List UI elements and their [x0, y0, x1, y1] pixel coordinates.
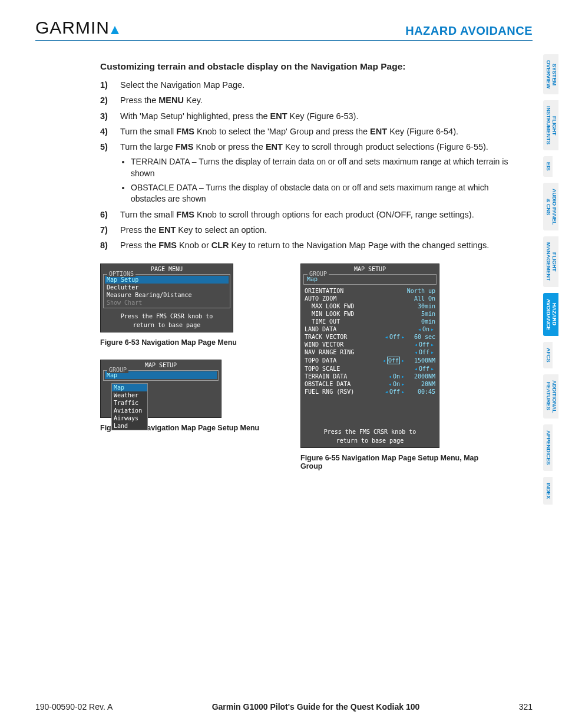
setting-value: All On [414, 295, 435, 302]
step-5-bullets: TERRAIN DATA – Turns the display of terr… [131, 156, 515, 205]
procedure-steps: 1)Select the Navigation Map Page.2)Press… [100, 79, 515, 252]
setting-label: TERRAIN DATA [305, 373, 347, 380]
setting-label: MAX LOOK FWD [305, 303, 354, 309]
page-header: GARMIN HAZARD AVOIDANCE [35, 18, 533, 41]
map-setup-row: AUTO ZOOMAll On [302, 295, 438, 302]
group-label-2: GROUP [308, 271, 329, 277]
setting-value-2: 1500NM [406, 357, 435, 364]
step-text: Press the FMS Knob or CLR Key to return … [120, 239, 489, 251]
setting-toggle[interactable]: On [422, 326, 429, 332]
setting-toggle[interactable]: Off [419, 349, 429, 355]
step-number: 3) [100, 110, 113, 122]
map-setup-row: TERRAIN DATA◂On▸2000NM [302, 373, 438, 380]
step-item: 4)Turn the small FMS Knob to select the … [100, 126, 515, 137]
page-menu-option[interactable]: Show Chart [105, 299, 229, 307]
step-number: 8) [100, 239, 113, 251]
setting-label: AUTO ZOOM [305, 295, 336, 302]
setting-label: NAV RANGE RING [305, 349, 354, 355]
step-item: 7)Press the ENT Key to select an option. [100, 224, 515, 236]
setting-value: 30min [418, 303, 435, 309]
page-footer: 190-00590-02 Rev. A Garmin G1000 Pilot's… [35, 702, 533, 711]
bullet-item: OBSTACLE DATA – Turns the display of obs… [131, 182, 515, 205]
fig55-info2: return to base page [302, 437, 438, 446]
fig-6-53-caption: Figure 6-53 Navigation Map Page Menu [100, 338, 277, 347]
map-setup-row: MIN LOOK FWD5min [302, 310, 438, 318]
setting-toggle[interactable]: Off [419, 341, 429, 348]
step-text: Turn the small FMS Knob to select the 'M… [120, 126, 458, 137]
setting-toggle[interactable]: Off [419, 365, 429, 372]
page-menu-option[interactable]: Measure Bearing/Distance [105, 291, 229, 299]
group-label: GROUP [107, 367, 128, 373]
side-tab[interactable]: AFCS [543, 342, 553, 368]
side-tab[interactable]: HAZARD AVOIDANCE [543, 293, 558, 336]
side-tab[interactable]: INDEX [543, 477, 553, 505]
step-number: 6) [100, 209, 113, 220]
setting-value-2: 00:45 [406, 388, 435, 395]
svg-marker-0 [111, 26, 119, 34]
setting-label: TOPO DATA [305, 357, 336, 364]
logo-text: GARMIN [35, 18, 110, 38]
setting-toggle[interactable]: On [393, 373, 400, 380]
map-setup-row: TOPO SCALE◂Off▸ [302, 365, 438, 373]
side-tab[interactable]: EIS [543, 156, 553, 177]
step-number: 1) [100, 79, 113, 91]
fig-6-53-panel: PAGE MENU OPTIONS Map SetupDeclutterMeas… [100, 263, 233, 332]
side-tab[interactable]: SYSTEM OVERVIEW [543, 54, 558, 94]
setting-label: LAND DATA [305, 326, 336, 332]
setting-label: OBSTACLE DATA [305, 381, 351, 387]
setting-label: TIME OUT [305, 318, 340, 325]
step-item: 5)Turn the large FMS Knob or press the E… [100, 141, 515, 153]
side-tab[interactable]: APPENDICES [543, 424, 553, 471]
group-option[interactable]: Aviation [112, 407, 147, 414]
content-area: Customizing terrain and obstacle display… [100, 61, 515, 483]
step-item: 6)Turn the small FMS Knob to scroll thro… [100, 209, 515, 220]
footer-title: Garmin G1000 Pilot's Guide for the Quest… [212, 702, 420, 711]
map-setup-row: OBSTACLE DATA◂On▸20NM [302, 380, 438, 388]
figure-column-right: MAP SETUP GROUP Map ORIENTATIONNorth upA… [300, 263, 501, 483]
side-tab-bar: SYSTEM OVERVIEWFLIGHT INSTRUMENTSEISAUDI… [543, 54, 562, 510]
setting-label: ORIENTATION [305, 288, 343, 294]
setting-label: TOPO SCALE [305, 365, 340, 372]
section-title: HAZARD AVOIDANCE [405, 24, 533, 38]
step-item: 1)Select the Navigation Map Page. [100, 79, 515, 91]
step-item: 3)With 'Map Setup' highlighted, press th… [100, 110, 515, 122]
setting-toggle[interactable]: Off [387, 357, 400, 364]
setting-value: 0min [421, 318, 435, 325]
step-text: Turn the small FMS Knob to scroll throug… [120, 209, 474, 220]
setting-toggle[interactable]: Off [389, 388, 400, 395]
group-option[interactable]: Airways [112, 414, 147, 422]
group-dropdown[interactable]: MapWeatherTrafficAviationAirwaysLand [111, 383, 148, 430]
setting-value-2: 2000NM [406, 373, 435, 380]
step-text: Press the ENT Key to select an option. [120, 224, 267, 236]
setting-label: FUEL RNG (RSV) [305, 388, 354, 395]
step-text: With 'Map Setup' highlighted, press the … [120, 110, 358, 122]
fig-6-55-panel: MAP SETUP GROUP Map ORIENTATIONNorth upA… [300, 263, 439, 448]
map-setup-row: TRACK VECTOR◂Off▸60 sec [302, 333, 438, 341]
setting-toggle[interactable]: Off [389, 334, 400, 340]
page-menu-option[interactable]: Declutter [105, 284, 229, 291]
procedure-heading: Customizing terrain and obstacle display… [100, 61, 515, 72]
step-number: 4) [100, 126, 113, 137]
garmin-logo: GARMIN [35, 18, 119, 38]
map-setup-row: LAND DATA◂On▸ [302, 325, 438, 333]
group-option[interactable]: Map [112, 384, 147, 391]
setting-toggle[interactable]: On [393, 381, 400, 387]
group-option[interactable]: Traffic [112, 399, 147, 407]
setting-label: WIND VECTOR [305, 341, 343, 348]
step-number: 5) [100, 141, 113, 153]
fig-6-54-panel: MAP SETUP GROUP Map MapWeatherTrafficAvi… [100, 360, 222, 418]
logo-triangle-icon [111, 26, 119, 34]
map-setup-row: MAX LOOK FWD30min [302, 302, 438, 310]
bullet-item: TERRAIN DATA – Turns the display of terr… [131, 156, 515, 179]
figure-column-left: PAGE MENU OPTIONS Map SetupDeclutterMeas… [100, 263, 277, 445]
setting-label: MIN LOOK FWD [305, 311, 354, 317]
side-tab[interactable]: FLIGHT INSTRUMENTS [543, 100, 558, 150]
side-tab[interactable]: ADDITIONAL FEATURES [543, 374, 558, 419]
map-setup-row: NAV RANGE RING◂Off▸ [302, 348, 438, 356]
group-option[interactable]: Land [112, 422, 147, 430]
side-tab[interactable]: AUDIO PANEL & CNS [543, 183, 558, 230]
side-tab[interactable]: FLIGHT MANAGEMENT [543, 236, 558, 287]
fig53-info2: return to base page [102, 322, 232, 331]
group-option[interactable]: Weather [112, 391, 147, 399]
setting-value: 5min [421, 311, 435, 317]
